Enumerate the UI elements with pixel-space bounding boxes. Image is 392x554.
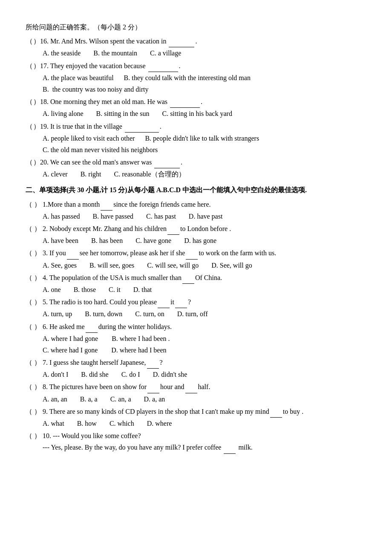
p2q2-paren: （ ） bbox=[26, 223, 41, 234]
q16-blank bbox=[169, 35, 194, 47]
q20-optC: C. reasonable（合理的） bbox=[114, 168, 185, 180]
p2q4-optA: A. one bbox=[43, 284, 61, 295]
p2q8-optB: B. a, a bbox=[80, 393, 98, 405]
q17-opt-line1: A. the place was beautiful B. they could… bbox=[26, 72, 366, 84]
q18-blank bbox=[170, 96, 200, 108]
p2q3-options: A. See, goes B. will see, goes C. will s… bbox=[26, 260, 366, 271]
q18-paren-close: ） bbox=[33, 96, 40, 107]
q17-period: . bbox=[179, 60, 181, 72]
p2q9-optA: A. what bbox=[43, 418, 64, 429]
p2q1-optB: B. have passed bbox=[93, 211, 134, 222]
p2q1-text: 1.More than a month bbox=[43, 199, 100, 210]
p2q9-text2: to buy . bbox=[283, 406, 303, 417]
p2q5-optA: A. turn, up bbox=[43, 308, 72, 320]
p2-question-1: （ ） 1.More than a month since the foreig… bbox=[26, 199, 366, 222]
q17-blank bbox=[148, 60, 178, 72]
p2-question-5: （ ） 5. The radio is too hard. Could you … bbox=[26, 296, 366, 320]
question-19: （ ） 19. It is true that in the village .… bbox=[26, 121, 366, 156]
p2q8-text3: half. bbox=[198, 381, 210, 392]
p2q3-paren: （ ） bbox=[26, 247, 41, 259]
p2q9-text: 9. There are so many kinds of CD players… bbox=[43, 406, 269, 417]
p2q6-opt-line1: A. where I had gone B. where I had been … bbox=[26, 333, 366, 344]
p2q5-blank1 bbox=[158, 296, 170, 308]
p2q5-text3: ? bbox=[188, 296, 191, 308]
p2q1-optC: C. has past bbox=[146, 211, 176, 222]
q18-num: 18. One morning they met an old man. He … bbox=[40, 96, 167, 107]
p2q9-optC: C. which bbox=[110, 418, 134, 429]
question-20: （ ） 20. We can see the old man's answer … bbox=[26, 156, 366, 180]
p2q1-text2: since the foreign friends came here. bbox=[113, 199, 210, 210]
p2q8-text2: hour and bbox=[160, 381, 184, 392]
p2q9-paren: （ ） bbox=[26, 406, 41, 417]
question-17: （ ） 17. They enjoyed the vacation becaus… bbox=[26, 60, 366, 95]
p2q5-text2: it bbox=[170, 296, 174, 308]
p2-question-2: （ ） 2. Nobody except Mr. Zhang and his c… bbox=[26, 223, 366, 246]
p2-question-7: （ ） 7. I guess she taught herself Japane… bbox=[26, 357, 366, 380]
p2q9-options: A. what B. how C. which D. where bbox=[26, 418, 366, 429]
p2q8-optA: A. an, an bbox=[43, 393, 67, 405]
p2q2-optB: B. has been bbox=[91, 235, 123, 246]
q16-optA: A. the seaside bbox=[43, 47, 81, 59]
q18-optB: B. sitting in the sun bbox=[96, 108, 150, 119]
q17-num: 17. They enjoyed the vacation because bbox=[40, 60, 146, 72]
page-content: 所给问题的正确答案。（每小题 2 分） （ ） 16. Mr. And Mrs.… bbox=[26, 21, 366, 454]
p2q4-blank bbox=[182, 272, 194, 284]
q17-paren-close: ） bbox=[33, 60, 40, 72]
p2q1-optA: A. has passed bbox=[43, 211, 80, 222]
p2q3-optD: D. See, will go bbox=[211, 260, 252, 271]
q18-period: . bbox=[201, 96, 202, 107]
p2-question-9: （ ） 9. There are so many kinds of CD pla… bbox=[26, 406, 366, 429]
p2q8-options: A. an, an B. a, a C. an, a D. a, an bbox=[26, 393, 366, 405]
p2-question-6: （ ） 6. He asked me during the winter hol… bbox=[26, 321, 366, 356]
p2q5-optB: B. turn, down bbox=[85, 308, 122, 320]
q18-paren: （ bbox=[26, 96, 33, 107]
p2q6-text: 6. He asked me bbox=[43, 321, 85, 332]
p2-question-3: （ ） 3. If you see her tomorrow, please a… bbox=[26, 247, 366, 271]
p2q3-text3: to work on the farm with us. bbox=[199, 247, 276, 259]
p2q3-blank2 bbox=[186, 247, 198, 259]
p2q7-text: 7. I guess she taught herself Japanese, bbox=[43, 357, 146, 368]
p2q4-options: A. one B. those C. it D. that bbox=[26, 284, 366, 295]
p2q2-optC: C. have gone bbox=[135, 235, 171, 246]
p2q2-options: A. have been B. has been C. have gone D.… bbox=[26, 235, 366, 246]
p2q6-blank bbox=[86, 321, 98, 333]
q20-optA: A. clever bbox=[43, 168, 68, 180]
p2q7-optB: B. did she bbox=[81, 369, 108, 380]
p2q8-paren: （ ） bbox=[26, 381, 41, 392]
p2q1-optD: D. have past bbox=[189, 211, 223, 222]
p2q5-paren: （ ） bbox=[26, 296, 41, 308]
q19-paren-close: ） bbox=[33, 121, 40, 132]
p2q10-line2: --- Yes, please. By the way, do you have… bbox=[26, 441, 366, 453]
p2q7-blank bbox=[147, 357, 159, 369]
q17-paren: （ bbox=[26, 60, 33, 72]
question-18: （ ） 18. One morning they met an old man.… bbox=[26, 96, 366, 119]
p2q4-optC: C. it bbox=[109, 284, 121, 295]
p2q2-optA: A. have been bbox=[43, 235, 78, 246]
p2q5-text: 5. The radio is too hard. Could you plea… bbox=[43, 296, 157, 308]
p2q10-blank bbox=[224, 441, 236, 453]
p2q4-paren: （ ） bbox=[26, 272, 41, 283]
p2-question-4: （ ） 4. The population of the USA is much… bbox=[26, 272, 366, 295]
q16-options: A. the seaside B. the mountain C. a vill… bbox=[26, 47, 366, 59]
p2q1-paren: （ ） bbox=[26, 199, 41, 210]
p2q2-optD: D. has gone bbox=[184, 235, 216, 246]
p2q7-options: A. don't I B. did she C. do I D. didn't … bbox=[26, 369, 366, 380]
q18-options: A. living alone B. sitting in the sun C.… bbox=[26, 108, 366, 119]
p2q4-optD: D. that bbox=[133, 284, 152, 295]
p2q6-opt-line2: C. where had I gone D. where had I been bbox=[26, 344, 366, 356]
q16-period: . bbox=[195, 35, 197, 47]
q18-optA: A. living alone bbox=[43, 108, 84, 119]
p2q9-optB: B. how bbox=[77, 418, 97, 429]
p2q1-blank bbox=[101, 199, 112, 211]
q20-num: 20. We can see the old man's answer was bbox=[40, 156, 152, 168]
q20-paren-close: ） bbox=[33, 156, 40, 168]
q20-period: . bbox=[181, 156, 182, 168]
p2-question-8: （ ） 8. The pictures have been on show fo… bbox=[26, 381, 366, 404]
p2q4-text2: Of China. bbox=[195, 272, 222, 283]
p2q3-blank1 bbox=[67, 247, 79, 259]
p2q8-optD: D. a, an bbox=[144, 393, 165, 405]
q16-optB: B. the mountain bbox=[93, 47, 137, 59]
q16-optC: C. a village bbox=[150, 47, 181, 59]
p2q3-optC: C. will see, will go bbox=[147, 260, 199, 271]
p2q10-text: 10. --- Would you like some coffee? bbox=[43, 430, 141, 441]
